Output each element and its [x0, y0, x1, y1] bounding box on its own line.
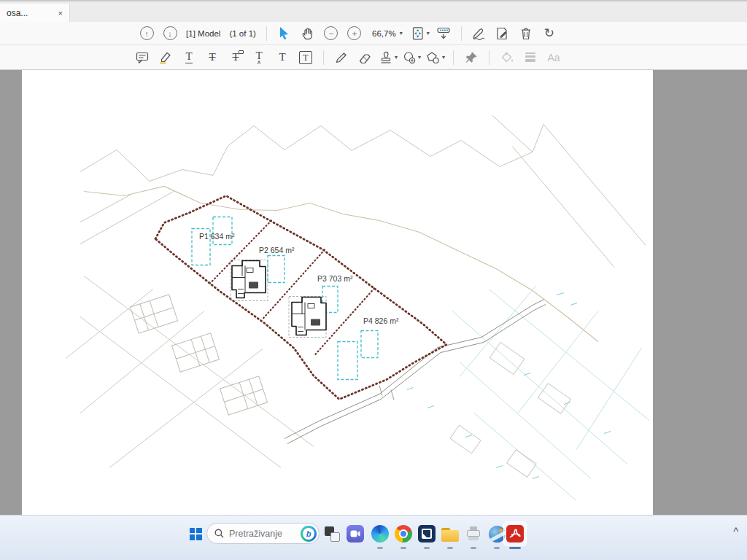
add-text-button[interactable]: T: [273, 48, 292, 67]
scanner-icon: [465, 526, 481, 542]
text-properties-icon: Aa: [547, 52, 560, 63]
line-weight-button[interactable]: [521, 48, 540, 67]
attachment-dropdown[interactable]: ▾: [402, 48, 421, 67]
line-weight-icon: [525, 52, 535, 62]
chevron-down-icon: ▾: [418, 54, 421, 61]
shapes-dropdown[interactable]: ▾: [425, 48, 445, 67]
windows-taskbar: b: [0, 515, 747, 560]
edge-icon: [371, 525, 389, 542]
taskbar-app-scanner[interactable]: [463, 524, 484, 544]
toolbar-collapse-button[interactable]: [434, 24, 453, 43]
keep-tool-selected-button[interactable]: [462, 48, 481, 67]
chevron-down-icon: ▾: [442, 54, 445, 61]
right-parcels: [55, 286, 649, 516]
plot-label-p1: P1 634 m²: [199, 232, 235, 241]
zoom-in-button[interactable]: +: [345, 24, 364, 43]
pin-icon: [464, 50, 479, 65]
proposed-buildings: [192, 217, 378, 380]
strikethrough-text-button[interactable]: T: [203, 48, 222, 67]
windows-logo-icon: [190, 528, 202, 540]
site-plan-drawing: P1 634 m² P2 654 m² P3 703 m² P4 826 m²: [22, 70, 653, 515]
add-text-icon: T: [279, 52, 285, 63]
strikethrough-text-icon: T: [209, 52, 215, 63]
toolbar-separator: [453, 50, 454, 65]
task-view-button[interactable]: [322, 524, 342, 544]
erase-tool-button[interactable]: [355, 48, 374, 67]
fit-page-icon: [411, 26, 425, 41]
text-properties-button[interactable]: Aa: [544, 48, 563, 67]
lower-left-parcels: [66, 276, 314, 468]
chevron-down-icon: ▾: [400, 30, 403, 36]
sign-button[interactable]: [470, 24, 489, 43]
chevron-down-icon: ▾: [395, 54, 398, 61]
replace-text-button[interactable]: T: [226, 48, 245, 67]
minus-icon: −: [324, 26, 338, 40]
zoom-level-dropdown[interactable]: 66,7% ▾: [368, 24, 406, 43]
edit-page-button[interactable]: [493, 24, 512, 43]
document-tab[interactable]: osa... ×: [0, 4, 70, 22]
highlight-text-button[interactable]: [156, 48, 175, 67]
text-box-button[interactable]: T: [296, 48, 315, 67]
page-edit-icon: [495, 26, 510, 41]
close-icon[interactable]: ×: [58, 9, 63, 18]
cadastral-lines: [80, 116, 646, 268]
insert-text-icon: T ∧: [255, 50, 262, 64]
cursor-arrow-icon: [277, 26, 291, 40]
floor-plan-1: [231, 260, 268, 301]
chat-icon: [347, 525, 364, 542]
right-houses: [450, 342, 571, 477]
plot-label-p3: P3 703 m²: [317, 274, 353, 283]
parcel-number-marks: [407, 293, 611, 479]
insert-text-button[interactable]: T ∧: [249, 48, 268, 67]
toolbar-separator: [266, 26, 267, 41]
delete-button[interactable]: [516, 24, 535, 43]
highlighter-icon: [158, 50, 173, 65]
rotate-icon: ↻: [544, 26, 554, 41]
taskbar-search[interactable]: b: [206, 523, 320, 544]
pencil-icon: [334, 50, 349, 65]
taskbar-app-image-viewer[interactable]: [417, 524, 437, 544]
taskbar-overflow-chevron[interactable]: ^: [733, 526, 738, 537]
previous-page-button[interactable]: ↑: [137, 24, 156, 43]
next-page-button[interactable]: ↓: [160, 24, 179, 43]
fill-color-button[interactable]: [498, 48, 516, 67]
toolbar-arrow-icon: [436, 26, 452, 42]
replace-bubble-icon: [239, 50, 244, 54]
comment-toolbar: T T T T ∧ T T: [0, 45, 747, 70]
fit-page-dropdown[interactable]: ▾: [411, 24, 430, 43]
rotate-button[interactable]: ↻: [540, 24, 559, 43]
chrome-icon: [395, 525, 412, 542]
document-canvas[interactable]: P1 634 m² P2 654 m² P3 703 m² P4 826 m²: [0, 70, 747, 515]
zoom-level-value: 66,7%: [372, 29, 396, 38]
taskbar-app-edge[interactable]: [370, 524, 390, 544]
page-count-label: (1 of 1): [229, 29, 255, 38]
draw-tool-button[interactable]: [332, 48, 351, 67]
plot-label-p2: P2 654 m²: [259, 246, 295, 254]
sticky-note-button[interactable]: [133, 48, 152, 67]
zoom-out-button[interactable]: −: [322, 24, 341, 43]
underline-text-button[interactable]: T: [179, 48, 198, 67]
text-box-icon: T: [299, 51, 312, 64]
toolbar-separator: [461, 26, 462, 41]
stamp-dropdown[interactable]: ▾: [379, 48, 398, 67]
site-boundary: [155, 196, 446, 400]
taskbar-app-file-explorer[interactable]: [440, 524, 460, 544]
toolbar-separator: [489, 50, 489, 65]
pdf-page: P1 634 m² P2 654 m² P3 703 m² P4 826 m²: [22, 70, 653, 515]
start-button[interactable]: [185, 524, 206, 544]
tab-bar: osa... ×: [0, 0, 747, 22]
image-viewer-icon: [418, 525, 436, 542]
select-tool-button[interactable]: [275, 24, 294, 43]
floor-plan-2: [289, 297, 326, 338]
chevron-down-icon: ▾: [427, 30, 430, 36]
bing-icon[interactable]: b: [301, 526, 317, 542]
taskbar-app-chat[interactable]: [345, 524, 365, 544]
signature-pen-icon: [471, 26, 487, 41]
trash-icon: [519, 26, 533, 41]
taskbar-app-chrome[interactable]: [393, 524, 414, 544]
hand-tool-button[interactable]: [298, 24, 317, 43]
search-input[interactable]: [229, 529, 291, 539]
main-toolbar: ↑ ↓ [1] Model (1 of 1) − +: [0, 22, 747, 45]
taskbar-app-acrobat[interactable]: [505, 524, 525, 544]
comment-bubble-icon: [135, 50, 150, 65]
